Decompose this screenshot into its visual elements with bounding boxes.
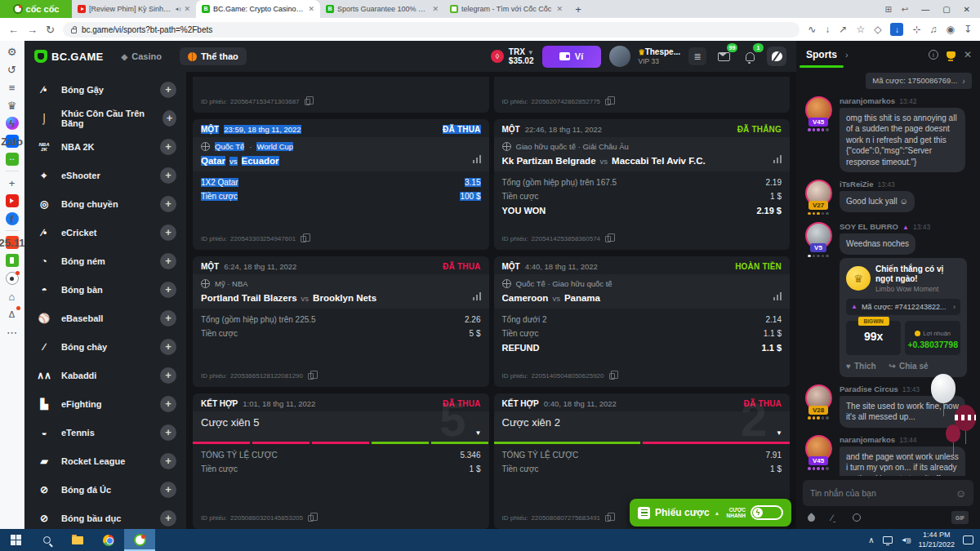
nav-sports[interactable]: Thể thao [180, 47, 247, 65]
window-minimize-button[interactable]: — [921, 5, 929, 14]
match-stats-icon[interactable] [473, 155, 481, 163]
notifications-button[interactable]: 1 [741, 47, 759, 65]
taskbar-search-icon[interactable] [31, 529, 62, 551]
url-field[interactable]: bc.game/vi/sports?bt-path=%2Fbets [63, 22, 800, 38]
copy-icon[interactable] [308, 373, 314, 380]
tip-coin-icon[interactable] [853, 513, 861, 522]
window-maximize-button[interactable]: ▢ [942, 5, 950, 14]
media-icon[interactable]: ♫ [929, 24, 937, 35]
expand-plus-button[interactable]: + [160, 82, 176, 98]
chat-message-input[interactable] [810, 488, 951, 498]
football-news-icon[interactable] [6, 272, 19, 285]
expand-plus-button[interactable]: + [160, 367, 176, 384]
match-stats-icon[interactable] [473, 292, 481, 300]
tab-close-icon[interactable]: ✕ [432, 5, 439, 13]
chevron-down-icon[interactable]: ▼ [475, 429, 482, 437]
wallet-button[interactable]: Ví [542, 46, 601, 68]
tab-close-icon[interactable]: ✕ [184, 5, 190, 13]
copy-icon[interactable] [305, 99, 310, 105]
action-center-icon[interactable] [963, 535, 973, 544]
facebook-icon[interactable]: f [6, 212, 19, 225]
info-icon[interactable]: i [929, 50, 938, 60]
sidebar-item-ebaseball[interactable]: ⚾ eBaseball + [24, 304, 186, 332]
sidebar-item-nba2k[interactable]: NBA2K NBA 2K + [24, 132, 186, 161]
expand-plus-button[interactable]: + [160, 396, 176, 412]
profile-icon[interactable]: ◉ [946, 24, 954, 35]
emoji-icon[interactable]: ☺ [956, 487, 966, 500]
match-stats-icon[interactable] [773, 155, 782, 163]
chat-username[interactable]: SOY EL BURRO [840, 222, 898, 231]
copy-icon[interactable] [301, 236, 306, 242]
expand-plus-button[interactable]: + [160, 310, 176, 327]
expand-plus-button[interactable]: + [160, 167, 176, 184]
copy-icon[interactable] [308, 515, 314, 522]
expand-plus-button[interactable]: + [160, 424, 176, 441]
bet-code-chip[interactable]: Mã cược: 1750086769...› [866, 73, 972, 89]
feed-icon[interactable]: ≡ [6, 81, 19, 94]
expand-plus-button[interactable]: + [160, 139, 176, 155]
tray-expand-icon[interactable]: ∧ [868, 535, 874, 544]
file-explorer-icon[interactable] [62, 529, 93, 551]
trophy-icon[interactable] [947, 51, 956, 59]
network-icon[interactable] [883, 536, 893, 544]
settings-gear-icon[interactable]: ⚙ [6, 45, 19, 58]
tab-telegram-search[interactable]: telegram - Tìm với Cốc Cốc ✕ [444, 0, 568, 18]
crown-icon[interactable]: ♛ [6, 99, 19, 112]
chat-username[interactable]: naranjomarkos [840, 435, 895, 444]
sidebar-item-ice-hockey[interactable]: ⌡ Khúc Côn Cầu Trên Băng + [24, 104, 186, 132]
tab-history-icon[interactable]: ↩ [902, 5, 908, 14]
extensions-icon[interactable]: ⊹ [912, 24, 920, 35]
bet-list-icon[interactable]: ≣ [688, 47, 706, 65]
share-button[interactable]: ↪ Chia sẻ [889, 362, 929, 371]
shopping-cart-icon[interactable]: ⌂ [6, 290, 19, 303]
sidebar-item-cricket[interactable]: ∕• Bóng Gậy + [24, 75, 186, 104]
tab-bcgame[interactable]: BC.Game: Crypto Casino Gam ✕ [196, 0, 320, 18]
shared-win-card[interactable]: ♛ Chiến thắng có vị ngọt ngào! Limbo Wow… [840, 258, 967, 377]
rain-drop-icon[interactable] [806, 513, 817, 523]
expand-plus-button[interactable]: + [160, 510, 176, 527]
sidebar-item-handball[interactable]: ◔ Bóng ném + [24, 247, 186, 275]
tab-youtube[interactable]: [Review Phim] Kỳ Sinh Tr... ◄) ✕ [72, 0, 196, 18]
chat-toggle-button[interactable] [767, 47, 786, 66]
games-icon[interactable] [6, 153, 19, 166]
expand-plus-button[interactable]: + [160, 339, 176, 355]
chat-username[interactable]: iTsReiZie [840, 180, 874, 189]
battery-saver-icon[interactable] [6, 254, 19, 267]
bet-card-cameroon-panama[interactable]: MỘT 4:40, 18 thg 11, 2022 HOÀN TIỀN Quốc… [494, 256, 791, 387]
sidebar-item-volleyball[interactable]: ◎ Bóng chuyền + [24, 189, 186, 218]
save-page-icon[interactable]: ↓ [825, 24, 830, 35]
bookmark-star-icon[interactable]: ☆ [856, 24, 865, 35]
match-stats-icon[interactable] [773, 292, 782, 300]
currency-selector[interactable]: ◊ TRX ▼ $35.02 [491, 47, 534, 66]
copy-icon[interactable] [605, 236, 611, 242]
expand-plus-button[interactable]: + [160, 224, 176, 241]
coccoc-brand[interactable]: cốc cốc [0, 0, 72, 18]
tab-search-icon[interactable]: ⊞ [884, 5, 891, 14]
volume-icon[interactable]: ◄))) [901, 536, 911, 544]
adblock-shield-icon[interactable]: ◇ [874, 24, 881, 35]
sidebar-item-rocket-league[interactable]: ▰ Rocket League + [24, 447, 186, 475]
share-icon[interactable]: ↗ [839, 24, 847, 35]
reload-button[interactable]: ↻ [46, 24, 55, 36]
downloads-tray-icon[interactable]: ↧ [964, 24, 972, 35]
youtube-icon[interactable] [6, 194, 19, 207]
bet-card-partizan-maccabi[interactable]: MỘT 22:46, 18 thg 11, 2022 ĐÃ THẮNG Giao… [494, 119, 791, 250]
forward-button[interactable]: → [27, 24, 38, 36]
bet-card-qatar-ecuador[interactable]: MỘT 23:59, 18 thg 11, 2022 ĐÃ THUA Quốc … [193, 119, 489, 250]
expand-plus-button[interactable]: + [163, 110, 176, 127]
wand-icon[interactable]: ∿ [808, 24, 816, 35]
sidebar-item-aussie-rules[interactable]: ⊘ Bóng đá Úc + [24, 475, 186, 504]
bet-card-portland-brooklyn[interactable]: MỘT 6:24, 18 thg 11, 2022 ĐÃ THUA Mỹ · N… [193, 256, 489, 387]
expand-plus-button[interactable]: + [160, 253, 176, 269]
copy-icon[interactable] [609, 373, 615, 380]
nav-casino[interactable]: ◆ Casino [114, 47, 170, 65]
chevron-right-icon[interactable]: › [845, 50, 849, 60]
sidebar-item-ecricket[interactable]: ∕• eCricket + [24, 218, 186, 247]
close-chat-icon[interactable]: ✕ [964, 49, 972, 60]
sidebar-item-efighting[interactable]: ▙ eFighting + [24, 389, 186, 418]
chevron-down-icon[interactable]: ▼ [776, 429, 782, 437]
copy-icon[interactable] [605, 99, 611, 105]
bet-code-chip[interactable]: ▲ Mã cược: #7412243822... › [846, 299, 960, 315]
mail-button[interactable]: 99 [715, 47, 733, 65]
bet-card-combo-5[interactable]: KẾT HỢP 1:01, 18 thg 11, 2022 ĐÃ THUA Cư… [193, 393, 489, 529]
